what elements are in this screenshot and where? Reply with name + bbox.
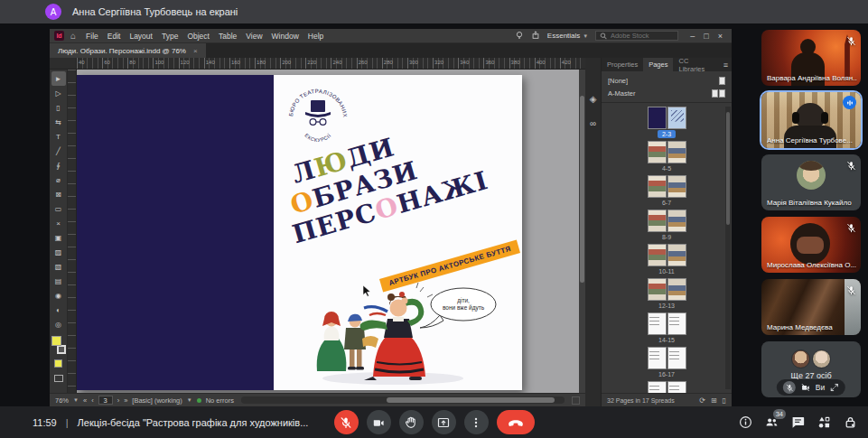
master-row[interactable]: [None] — [602, 74, 732, 87]
scissors-tool[interactable]: × — [51, 216, 66, 230]
line-tool[interactable]: ╱ — [51, 144, 66, 158]
spread-item[interactable]: 4-5 — [602, 141, 732, 172]
camera-button[interactable] — [367, 410, 391, 434]
panel-tab-cc-libraries[interactable]: CC Libraries — [673, 58, 719, 71]
share-icon[interactable] — [531, 31, 540, 42]
spread-item[interactable]: 18-19 — [602, 381, 732, 393]
eyedropper-tool[interactable]: ◉ — [51, 288, 66, 303]
note-tool[interactable]: ▤ — [51, 274, 66, 288]
spread-thumbnails — [648, 107, 686, 129]
more-options-button[interactable] — [464, 410, 489, 434]
delete-page-icon[interactable]: ▯ — [723, 396, 726, 405]
spread-item[interactable]: 6-7 — [602, 175, 732, 207]
collapsed-layers-panel-icon[interactable]: ◈ — [590, 94, 597, 104]
menu-item-help[interactable]: Help — [303, 32, 328, 41]
collapsed-links-panel-icon[interactable]: ∞ — [590, 118, 596, 128]
next-page-icon[interactable]: › — [117, 396, 120, 405]
create-new-page-icon[interactable]: ⊞ — [711, 396, 717, 405]
canvas-horizontal-scrollbar[interactable] — [241, 396, 565, 404]
fill-swatch[interactable] — [51, 336, 61, 346]
menu-item-view[interactable]: View — [241, 32, 266, 41]
indesign-logo: Id — [54, 31, 64, 41]
spread-item[interactable]: 2-3 — [602, 107, 732, 138]
gradient-tool[interactable]: ▨ — [51, 245, 66, 259]
host-controls-button[interactable] — [844, 415, 857, 429]
participant-tile[interactable]: Марія Віталіївна Кукайло — [761, 154, 861, 210]
mic-off-icon[interactable] — [783, 381, 796, 394]
menu-item-object[interactable]: Object — [182, 32, 214, 41]
prev-page-icon[interactable]: ‹ — [91, 396, 94, 405]
canvas-vertical-scrollbar[interactable] — [579, 70, 585, 393]
spread-item[interactable]: 16-17 — [602, 347, 732, 378]
panel-tab-properties[interactable]: Properties — [602, 58, 643, 71]
participants-panel-button[interactable]: 34 — [765, 415, 779, 429]
stock-search[interactable] — [595, 31, 678, 41]
menu-item-type[interactable]: Type — [157, 32, 182, 41]
search-input[interactable] — [611, 32, 674, 40]
panel-scrollbar[interactable] — [725, 107, 731, 389]
stroke-swatch[interactable] — [57, 345, 66, 354]
camera-off-icon[interactable] — [801, 379, 810, 396]
master-row[interactable]: A-Master — [602, 87, 732, 99]
hand-tool[interactable]: ◐ — [51, 303, 66, 317]
type-tool[interactable]: T — [51, 129, 66, 144]
learn-lightbulb-icon[interactable] — [515, 31, 524, 42]
svg-text:ЕКСКУРСІЇ: ЕКСКУРСІЇ — [303, 133, 331, 143]
microphone-muted-button[interactable] — [334, 410, 359, 434]
gap-tool[interactable]: ⇆ — [51, 115, 66, 129]
participant-tile[interactable]: Мирослава Олексіївна О... — [761, 217, 861, 273]
zoom-tool[interactable]: ◎ — [51, 317, 66, 331]
ruler-corner[interactable] — [50, 58, 77, 70]
pen-tool[interactable]: ∮ — [51, 158, 66, 172]
tab-close-icon[interactable]: × — [193, 47, 198, 55]
end-call-button[interactable] — [497, 410, 535, 434]
spread-thumbnails — [648, 347, 686, 369]
rectangle-tool[interactable]: ▭ — [51, 201, 66, 216]
expand-button[interactable] — [830, 379, 839, 396]
document-canvas[interactable]: БЮРО ТЕАТРАЛІЗОВАНИХ ЕКСКУРСІЇ — [77, 70, 585, 393]
gradient-feather-tool[interactable]: ▧ — [51, 259, 66, 274]
page-number-field[interactable] — [98, 396, 113, 405]
first-page-icon[interactable]: « — [83, 396, 87, 405]
screen-mode-button[interactable] — [54, 375, 63, 382]
pencil-tool[interactable]: ⌀ — [51, 172, 66, 187]
frame-tool[interactable]: ⊠ — [51, 187, 66, 201]
selection-tool[interactable]: ► — [51, 71, 66, 86]
spread-item[interactable]: 12-13 — [602, 278, 732, 310]
restore-button[interactable]: □ — [699, 32, 713, 41]
spread-item[interactable]: 8-9 — [602, 210, 732, 241]
fill-stroke-swatches[interactable] — [51, 336, 66, 354]
participant-tile[interactable]: Марина Медведєва — [761, 279, 861, 335]
menu-item-window[interactable]: Window — [267, 32, 303, 41]
document-tab[interactable]: Люди. Образи. Персонажі.indd @ 76% × — [50, 43, 206, 58]
activities-button[interactable] — [817, 415, 831, 429]
spread-item[interactable]: 10-11 — [602, 244, 732, 275]
spread-item[interactable]: 14-15 — [602, 312, 732, 344]
free-transform-tool[interactable]: ▣ — [51, 230, 66, 245]
meeting-details-button[interactable] — [739, 415, 752, 429]
preflight-status[interactable]: No errors — [206, 396, 234, 405]
page-tool[interactable]: ▯ — [51, 100, 66, 115]
panel-tab-pages[interactable]: Pages — [643, 58, 673, 71]
preflight-profile[interactable]: [Basic] (working) — [132, 396, 182, 405]
menu-item-file[interactable]: File — [81, 32, 103, 41]
menu-item-edit[interactable]: Edit — [103, 32, 126, 41]
last-page-icon[interactable]: » — [124, 396, 127, 405]
close-button[interactable]: × — [714, 32, 727, 41]
participant-tile[interactable]: Ще 27 осібВи — [761, 341, 861, 397]
home-icon[interactable]: ⌂ — [70, 31, 76, 41]
minimize-button[interactable]: – — [686, 32, 699, 41]
raise-hand-button[interactable] — [399, 410, 424, 434]
direct-selection-tool[interactable]: ▷ — [51, 86, 66, 100]
zoom-level[interactable]: 76% — [55, 396, 69, 405]
participant-tile[interactable]: Анна Сергіївна Турбове... — [761, 92, 861, 148]
panel-menu-icon[interactable]: ≡ — [720, 61, 732, 70]
edit-page-size-icon[interactable]: ⟳ — [699, 396, 705, 405]
workspace-switcher[interactable]: Essentials▼ — [547, 32, 588, 40]
menu-item-layout[interactable]: Layout — [125, 32, 157, 41]
menu-item-table[interactable]: Table — [214, 32, 241, 41]
participant-tile[interactable]: Варвара Андріївна Волян... — [761, 30, 861, 86]
chat-panel-button[interactable] — [791, 415, 805, 429]
applied-color-swatch[interactable] — [54, 359, 62, 368]
present-screen-button[interactable] — [432, 410, 456, 434]
